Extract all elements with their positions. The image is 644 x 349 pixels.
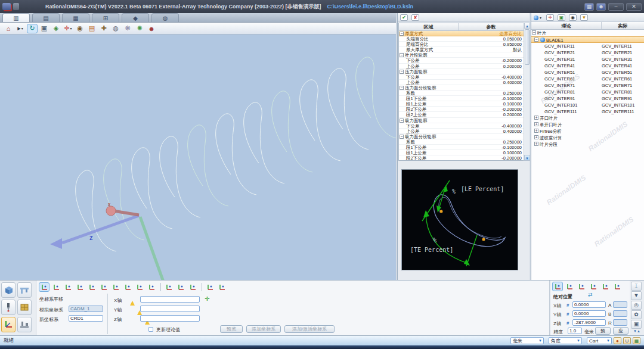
close-button[interactable]: ✕ (626, 3, 642, 11)
param-value[interactable]: -0.100000 (459, 96, 524, 101)
param-row[interactable]: −吸力面轮廓 (399, 118, 524, 123)
x-offset-input[interactable] (140, 296, 200, 303)
tree-node-analysis[interactable]: +波纹度计算 (531, 135, 644, 141)
pos-z-input[interactable] (572, 319, 606, 326)
param-row[interactable]: 段1下公差-0.100000 (399, 96, 524, 101)
pos-apply-button[interactable]: 应用 (613, 327, 628, 335)
cube-icon[interactable] (1, 282, 16, 298)
param-row[interactable]: 下公差-0.200000 (399, 58, 524, 63)
param-value[interactable]: 0.400000 (459, 129, 524, 133)
param-row[interactable]: −压力面轮廓 (399, 69, 524, 74)
column-param[interactable]: 参数 (459, 23, 524, 30)
scroll-up-button[interactable]: ▲ (524, 23, 530, 29)
tree-node-analysis[interactable]: +叶片分段 (531, 141, 644, 148)
caliper-icon[interactable]: ⌶ (631, 282, 642, 291)
cylinder-icon[interactable]: ◍ (110, 24, 121, 33)
tree-node-section[interactable]: GCV_INTER61GCV_INTER61 (531, 76, 644, 82)
sync-icon[interactable]: ⇄ (588, 292, 593, 298)
collapse-icon[interactable]: − (400, 135, 404, 139)
csys-tool-8[interactable] (122, 282, 133, 292)
tree-root-blade-group[interactable]: −叶片 (531, 30, 644, 36)
add-axis-icon[interactable]: ✛ (205, 295, 209, 302)
joystick-icon[interactable] (588, 282, 599, 291)
angle-dropdown[interactable]: 角度▼ (549, 337, 582, 344)
param-row[interactable]: 系数0.250000 (399, 91, 524, 96)
csys-tool-7[interactable] (110, 282, 121, 292)
grid-icon[interactable]: # (566, 311, 569, 317)
eye-icon[interactable]: ◉ (75, 24, 85, 33)
tree-node-section[interactable]: GCV_INTER21GCV_INTER21 (531, 49, 644, 56)
collapse-icon[interactable]: + (534, 122, 538, 126)
param-row[interactable]: 下公差-0.400000 (399, 123, 524, 129)
param-row[interactable]: 段2下公差-0.200000 (399, 155, 524, 161)
rotate-tool-icon[interactable] (564, 282, 575, 291)
param-value[interactable]: 边界百分比 (459, 31, 524, 36)
csys-tool-1[interactable] (39, 282, 49, 292)
csys-tool-5[interactable] (86, 282, 97, 292)
axes-icon[interactable]: ✛▾ (63, 24, 73, 33)
param-value[interactable] (459, 52, 524, 57)
tree-node-section[interactable]: GCV_INTER81GCV_INTER81 (531, 89, 644, 95)
cancel-icon[interactable]: ✘ (411, 14, 419, 21)
param-value[interactable]: 0.200000 (459, 112, 524, 117)
app-menu-icon[interactable] (13, 3, 19, 10)
probe-icon[interactable]: ▼ (631, 291, 642, 300)
grid-icon[interactable]: # (566, 320, 569, 326)
param-value[interactable]: -0.200000 (459, 107, 524, 111)
tree-node-section[interactable]: GCV_INTER91GCV_INTER91 (531, 95, 644, 102)
collapse-icon[interactable]: − (400, 119, 404, 123)
3d-viewport[interactable]: Z Y X (0, 35, 396, 280)
collapse-icon[interactable]: + (534, 116, 538, 120)
zoom-select-icon[interactable]: ▣ (39, 24, 49, 33)
scrollbar-thumb[interactable] (525, 29, 530, 65)
confirm-icon[interactable]: ✔ (400, 14, 408, 21)
collapse-icon[interactable]: − (532, 30, 536, 35)
param-row[interactable]: 段2下公差-0.200000 (399, 107, 524, 112)
collapse-icon[interactable]: − (400, 86, 404, 90)
param-value[interactable] (459, 118, 524, 123)
export-icon[interactable]: ◈ (51, 24, 61, 33)
tab-table[interactable]: ▦ (62, 13, 89, 22)
z-offset-input[interactable] (140, 315, 200, 322)
tree-node-section[interactable]: GCV_INTER71GCV_INTER71 (531, 82, 644, 89)
param-row[interactable]: −吸力面分段轮廓 (399, 134, 524, 139)
csys-tool-9[interactable] (134, 282, 145, 292)
param-row[interactable]: 段2上公差0.200000 (399, 112, 524, 117)
tree-node-section[interactable]: GCV_INTER41GCV_INTER41 (531, 63, 644, 69)
sim-csys-input[interactable] (69, 306, 103, 312)
tree-node-analysis[interactable]: +开口叶片 (531, 115, 644, 121)
gear-icon[interactable]: ✿ (631, 310, 642, 319)
tree-node-section[interactable]: GCV_INTER111GCV_INTER111 (531, 108, 644, 115)
user-icon[interactable]: ☻ (596, 3, 606, 11)
coordinate-mode-dropdown[interactable]: Cart▼ (587, 337, 612, 344)
units-status-icon[interactable]: U (623, 337, 631, 344)
block-icon[interactable] (17, 300, 32, 315)
tab-machine[interactable]: ▥ (2, 13, 30, 22)
param-row[interactable]: 下公差-0.400000 (399, 74, 524, 80)
csys-tool-12[interactable] (175, 282, 186, 292)
unit-dropdown[interactable]: 毫米▼ (510, 337, 544, 344)
step-input[interactable] (568, 328, 582, 334)
refresh-icon[interactable]: ↻ (27, 24, 38, 33)
move-tool-icon[interactable] (552, 282, 563, 291)
param-value[interactable]: 0.250000 (459, 139, 524, 144)
y-offset-input[interactable] (140, 306, 200, 312)
pos-a-input[interactable] (613, 301, 627, 308)
param-value[interactable]: 默认 (459, 47, 524, 52)
grid-icon[interactable]: # (566, 303, 569, 308)
magnifier-icon[interactable]: ◎ (631, 301, 642, 310)
param-value[interactable]: -0.200000 (459, 58, 524, 63)
caliper-icon[interactable] (17, 282, 32, 298)
csys-tool-2[interactable] (51, 282, 61, 292)
filter-icon[interactable]: ▼ (580, 14, 588, 21)
param-row[interactable]: 段1上公差0.100000 (399, 101, 524, 107)
csys-tool-6[interactable] (98, 282, 109, 292)
collapse-icon[interactable]: − (400, 70, 404, 74)
param-row[interactable]: 系数0.250000 (399, 139, 524, 145)
probe-icon[interactable] (1, 300, 16, 315)
param-row[interactable]: −压力面分段轮廓 (399, 85, 524, 91)
tab-report[interactable]: ⊞ (92, 13, 119, 22)
param-value[interactable]: 0.050000 (459, 36, 524, 41)
param-value[interactable] (459, 134, 524, 139)
tab-graphics[interactable]: ◆ (122, 13, 149, 22)
